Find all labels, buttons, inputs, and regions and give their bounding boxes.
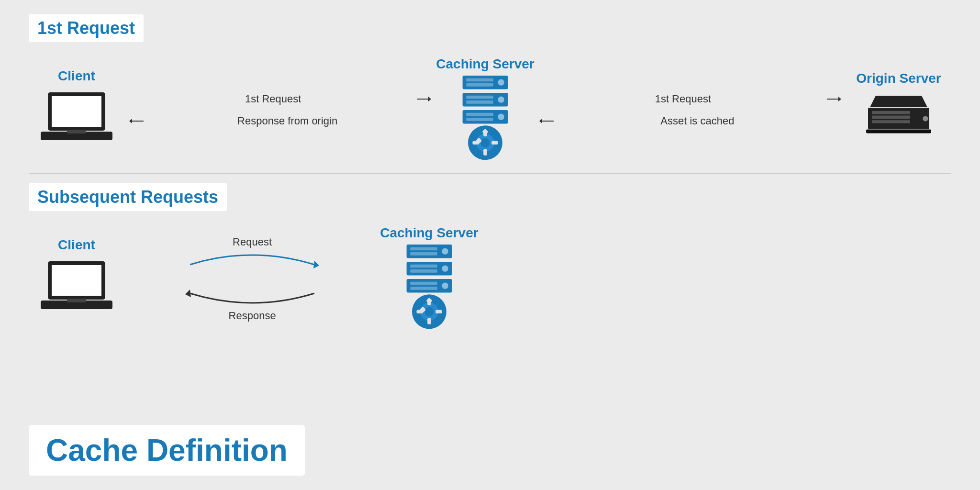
svg-rect-63 <box>427 318 431 324</box>
svg-rect-1 <box>52 96 101 127</box>
svg-rect-49 <box>410 252 437 256</box>
svg-point-68 <box>425 308 433 315</box>
arrow-label-1st-request-2: 1st Request <box>539 93 827 105</box>
divider <box>29 173 951 174</box>
svg-rect-26 <box>491 141 498 145</box>
subsequent-requests-section: Subsequent Requests Client <box>29 183 951 333</box>
first-request-label: 1st Request <box>29 14 144 42</box>
svg-point-58 <box>442 283 448 289</box>
origin-server-node: Origin Server <box>846 71 951 149</box>
arrow-row-1st-request-top: 1st Request <box>129 93 431 105</box>
laptop-icon-top <box>38 88 115 152</box>
client-label-top: Client <box>58 68 95 84</box>
svg-rect-53 <box>410 269 437 273</box>
svg-rect-56 <box>410 282 437 285</box>
svg-point-11 <box>498 79 504 86</box>
client-node-top: Client <box>29 68 124 152</box>
arrow-label-response: Response <box>229 310 276 322</box>
client-label-bottom: Client <box>58 237 95 253</box>
server-icon-top <box>447 76 523 164</box>
svg-rect-18 <box>466 118 493 121</box>
cache-definition-box: Cache Definition <box>29 425 305 476</box>
arrow-left-icon-2 <box>539 116 554 126</box>
svg-rect-17 <box>466 113 493 116</box>
arrow-area-1: 1st Request Response from origin <box>124 93 436 127</box>
curved-arrows-svg <box>180 250 324 308</box>
server-icon-bottom <box>391 245 468 333</box>
svg-point-54 <box>442 266 448 272</box>
svg-rect-48 <box>410 247 437 251</box>
svg-point-50 <box>442 248 448 255</box>
first-request-section: 1st Request Client <box>29 14 951 164</box>
caching-server-label-top: Caching Server <box>436 56 534 72</box>
svg-rect-52 <box>410 265 437 268</box>
svg-rect-24 <box>483 149 487 155</box>
main-container: 1st Request Client <box>0 0 980 490</box>
arrow-area-2: 1st Request Asset is cached <box>535 93 846 127</box>
curved-arrows-wrapper: Request Response <box>134 236 370 322</box>
arrow-label-1st-request: 1st Request <box>129 93 417 105</box>
svg-rect-40 <box>866 129 931 133</box>
arrow-label-response-from-origin: Response from origin <box>144 115 431 127</box>
svg-marker-45 <box>313 261 319 268</box>
arrow-row-asset-cached: Asset is cached <box>539 115 841 127</box>
svg-rect-14 <box>466 100 493 104</box>
svg-point-19 <box>498 114 504 120</box>
svg-marker-7 <box>129 119 132 123</box>
cache-definition-label: Cache Definition <box>46 433 288 468</box>
caching-server-node-bottom: Caching Server <box>380 225 478 333</box>
svg-point-15 <box>498 97 504 103</box>
caching-server-label-bottom: Caching Server <box>380 225 478 241</box>
subsequent-diagram: Client Request <box>29 225 951 333</box>
svg-marker-5 <box>428 97 431 101</box>
svg-rect-57 <box>410 287 437 290</box>
svg-rect-9 <box>466 78 493 82</box>
svg-rect-37 <box>872 116 910 119</box>
subsequent-requests-title-row: Subsequent Requests <box>29 183 951 216</box>
laptop-icon-bottom <box>38 256 115 321</box>
arrow-right-icon-2 <box>827 94 841 104</box>
client-node-bottom: Client <box>29 237 124 321</box>
svg-rect-10 <box>466 83 493 87</box>
svg-rect-65 <box>435 310 442 313</box>
arrow-left-icon-1 <box>129 116 144 126</box>
svg-marker-33 <box>539 119 542 123</box>
svg-point-39 <box>923 116 928 121</box>
first-request-title-row: 1st Request <box>29 14 951 47</box>
svg-rect-36 <box>872 111 910 114</box>
arrow-right-icon-1 <box>417 94 431 104</box>
curved-arrow-area: Request Response <box>124 236 380 322</box>
origin-server-label: Origin Server <box>856 71 941 86</box>
arrow-row-response-from-origin: Response from origin <box>129 115 431 127</box>
subsequent-requests-label: Subsequent Requests <box>29 183 227 211</box>
svg-rect-42 <box>52 265 101 296</box>
arrow-label-request: Request <box>233 236 272 248</box>
caching-server-node-top: Caching Server <box>436 56 534 164</box>
origin-server-icon <box>860 90 937 149</box>
svg-rect-13 <box>466 96 493 99</box>
arrow-row-1st-request-2-top: 1st Request <box>539 93 841 105</box>
svg-rect-44 <box>67 299 86 302</box>
svg-marker-34 <box>870 96 927 107</box>
svg-marker-31 <box>838 97 841 101</box>
svg-point-29 <box>481 139 489 146</box>
svg-marker-46 <box>185 290 191 297</box>
svg-rect-38 <box>872 120 910 123</box>
arrow-label-asset-cached: Asset is cached <box>554 115 841 127</box>
first-request-diagram: Client <box>29 56 951 164</box>
svg-rect-3 <box>67 130 86 134</box>
